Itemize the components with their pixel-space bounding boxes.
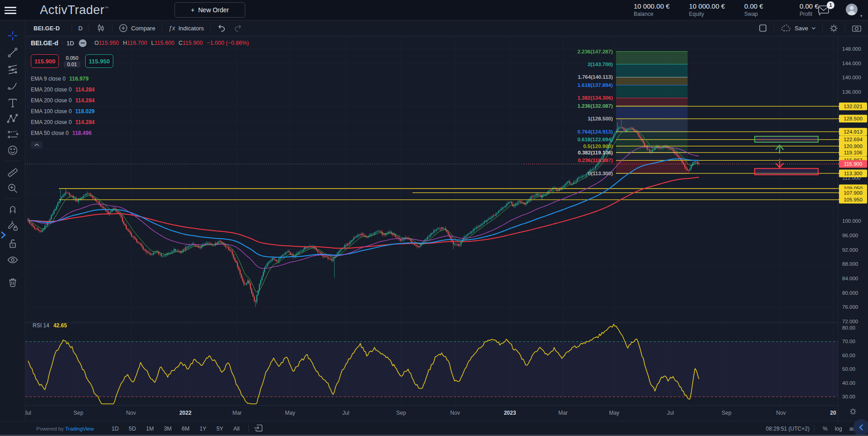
- avatar[interactable]: [845, 3, 858, 16]
- cloud-icon: [781, 24, 791, 33]
- svg-text:1.764(140.113): 1.764(140.113): [578, 74, 613, 80]
- range-button-all[interactable]: All: [229, 424, 244, 433]
- range-button-1y[interactable]: 1Y: [195, 424, 210, 433]
- time-axis[interactable]: JulSepNov2022MarMayJulSepNov2023MarMayJu…: [25, 405, 838, 421]
- toolbar-separator: [5, 161, 20, 161]
- bottom-bar: Powered by TradingView 1D5D1M3M6M1Y5YAll…: [0, 421, 868, 436]
- indicator-row[interactable]: EMA 200 close 0114.284: [31, 117, 249, 128]
- price-tick-label: 148.000: [842, 46, 861, 52]
- chart-area[interactable]: 2.236(147.287)2(143.700)1.764(140.113)1.…: [25, 36, 838, 405]
- chart-style-button[interactable]: [89, 20, 112, 36]
- magnet-icon[interactable]: [6, 203, 19, 216]
- time-tick-label: Sep: [722, 410, 731, 416]
- indicator-row[interactable]: EMA 200 close 0114.284: [31, 95, 249, 106]
- text-tool-icon[interactable]: [6, 96, 19, 109]
- price-scale[interactable]: 148.000144.000140.000136.000112.000100.0…: [838, 36, 868, 421]
- scale-mode-percent[interactable]: %: [819, 424, 831, 433]
- range-button-3m[interactable]: 3M: [160, 424, 175, 433]
- price-tag: 119.106: [839, 149, 867, 156]
- price-tag: 113.300: [839, 169, 867, 177]
- sell-button[interactable]: 115.900: [31, 54, 59, 68]
- measure-icon[interactable]: [6, 166, 19, 179]
- indicator-name: EMA 200 close 0: [31, 97, 72, 104]
- layout-button[interactable]: [752, 20, 774, 36]
- axis-settings-icon[interactable]: [849, 407, 857, 417]
- range-button-1m[interactable]: 1M: [142, 424, 158, 433]
- new-order-button[interactable]: + New Order: [175, 2, 245, 18]
- legend-symbol[interactable]: BEI.GE-d: [31, 39, 58, 47]
- avatar-caret-icon[interactable]: ▾: [860, 14, 863, 18]
- interval-button[interactable]: D: [72, 20, 89, 36]
- session-clock[interactable]: 08:29:51 (UTC+2): [766, 426, 810, 432]
- zoom-in-icon[interactable]: [6, 182, 19, 195]
- stat-label: Balance: [634, 11, 689, 17]
- chevron-down-icon: [811, 26, 816, 30]
- time-tick-label: 20: [830, 410, 836, 416]
- rsi-tick-label: 40.00: [842, 380, 855, 386]
- layout-square-icon: [758, 24, 767, 33]
- svg-text:1.236(132.087): 1.236(132.087): [577, 103, 613, 109]
- price-tick-label: 84.000: [842, 276, 858, 281]
- camera-icon: [852, 24, 862, 33]
- trash-icon[interactable]: [6, 276, 19, 289]
- tradingview-link[interactable]: TradingView: [65, 426, 94, 431]
- stat-label: Swap: [744, 11, 800, 17]
- top-bar: ActivTrader™ + New Order 10 000.00 €Bala…: [0, 0, 868, 20]
- lock-icon[interactable]: [6, 237, 19, 250]
- svg-text:1.382(134.306): 1.382(134.306): [577, 95, 613, 101]
- stat-value: 10 000.00 €: [634, 2, 689, 10]
- trend-line-icon[interactable]: [6, 46, 19, 59]
- range-button-6m[interactable]: 6M: [178, 424, 194, 433]
- indicator-row[interactable]: EMA 100 close 0118.029: [31, 106, 249, 117]
- range-button-1d[interactable]: 1D: [107, 424, 123, 433]
- crosshair-icon[interactable]: [6, 29, 19, 42]
- scale-mode-log[interactable]: log: [831, 424, 846, 433]
- indicator-value: 114.284: [75, 86, 95, 93]
- svg-text:0.618(122.694): 0.618(122.694): [577, 137, 613, 142]
- symbol-tab[interactable]: BEI.GE-D: [25, 20, 72, 36]
- object-tree-chevron-icon[interactable]: [0, 229, 7, 241]
- indicator-value: 118.029: [75, 108, 95, 115]
- indicator-row[interactable]: EMA 9 close 0116.979: [31, 73, 249, 84]
- redo-icon[interactable]: [233, 20, 249, 36]
- time-tick-label: Sep: [73, 410, 83, 416]
- price-tag: 115.900: [839, 160, 867, 168]
- menu-icon[interactable]: [5, 5, 16, 15]
- svg-text:1.618(137.894): 1.618(137.894): [577, 82, 613, 88]
- price-tick-label: 72.000: [842, 319, 858, 324]
- brush-icon[interactable]: [6, 80, 19, 92]
- legend-interval[interactable]: 1D: [67, 40, 74, 47]
- bottom-separator: [814, 425, 815, 433]
- compare-button[interactable]: Compare: [112, 20, 161, 36]
- xabcd-pattern-icon[interactable]: [6, 112, 19, 125]
- emoji-icon[interactable]: [6, 144, 19, 157]
- lot-size[interactable]: 0.01: [64, 61, 80, 67]
- drawing-lock-icon[interactable]: [6, 219, 19, 232]
- price-tick-label: 100.000: [842, 218, 861, 224]
- time-tick-label: 2022: [179, 410, 192, 416]
- time-tick-label: Nov: [126, 410, 136, 416]
- time-tick-label: Mar: [558, 410, 568, 416]
- undo-icon[interactable]: [211, 20, 233, 36]
- chart-settings-button[interactable]: [823, 20, 845, 36]
- go-to-date-icon[interactable]: [253, 423, 263, 434]
- fib-tools-icon[interactable]: [6, 63, 19, 76]
- collapse-panel-button[interactable]: [853, 419, 868, 436]
- buy-button[interactable]: 115.950: [85, 54, 113, 68]
- range-button-5d[interactable]: 5D: [125, 424, 140, 433]
- app-logo: ActivTrader™: [40, 3, 109, 17]
- price-tick-label: 136.000: [842, 89, 861, 95]
- price-tick-label: 88.000: [842, 261, 858, 267]
- hide-series-icon[interactable]: [79, 39, 87, 47]
- screenshot-button[interactable]: [845, 20, 868, 36]
- forecast-tool-icon[interactable]: [6, 128, 19, 141]
- eye-icon[interactable]: [6, 254, 19, 266]
- indicator-row[interactable]: EMA 50 close 0118.496: [31, 128, 249, 139]
- range-button-5y[interactable]: 5Y: [212, 424, 227, 433]
- rsi-legend[interactable]: RSI 14 42.65: [33, 322, 67, 329]
- stat-label: Equity: [689, 11, 744, 17]
- indicator-row[interactable]: EMA 200 close 0114.284: [31, 84, 249, 95]
- indicators-button[interactable]: ƒx Indicators: [162, 20, 210, 36]
- collapse-legend-button[interactable]: [31, 141, 43, 149]
- save-button[interactable]: Save: [774, 20, 822, 36]
